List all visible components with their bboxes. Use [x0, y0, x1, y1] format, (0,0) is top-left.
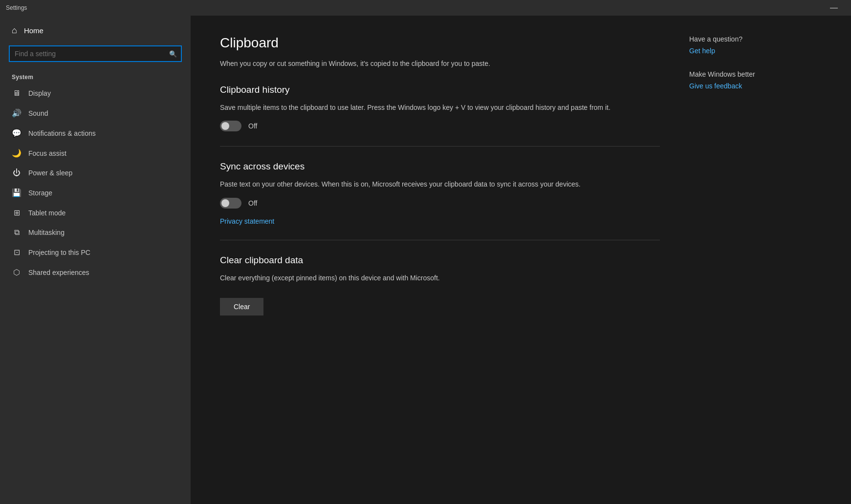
storage-icon: 💾 — [12, 188, 22, 197]
power-icon: ⏻ — [12, 168, 22, 177]
sidebar-item-power-label: Power & sleep — [28, 169, 72, 177]
projecting-icon: ⊡ — [12, 248, 22, 257]
sidebar-item-storage[interactable]: 💾 Storage — [0, 183, 191, 203]
clear-button[interactable]: Clear — [220, 298, 263, 315]
search-container: 🔍 — [9, 45, 182, 62]
make-better-label: Make Windows better — [689, 70, 807, 78]
privacy-statement-container: Privacy statement — [220, 217, 660, 225]
get-help-link[interactable]: Get help — [689, 47, 715, 55]
sync-toggle-thumb — [221, 199, 229, 207]
help-section: Have a question? Get help — [689, 35, 807, 55]
sync-devices-toggle-label: Off — [248, 199, 257, 207]
sidebar-item-sound[interactable]: 🔊 Sound — [0, 103, 191, 123]
sync-devices-toggle-row: Off — [220, 198, 660, 209]
sidebar-item-focus[interactable]: 🌙 Focus assist — [0, 143, 191, 163]
clear-clipboard-title: Clear clipboard data — [220, 255, 660, 266]
shared-icon: ⬡ — [12, 268, 22, 277]
sidebar-item-display[interactable]: 🖥 Display — [0, 84, 191, 103]
page-title: Clipboard — [220, 35, 660, 51]
sidebar-item-projecting-label: Projecting to this PC — [28, 249, 90, 256]
sidebar-item-notifications-label: Notifications & actions — [28, 129, 96, 137]
titlebar: Settings — — [0, 0, 851, 16]
sidebar-item-shared[interactable]: ⬡ Shared experiences — [0, 262, 191, 282]
sidebar-item-notifications[interactable]: 💬 Notifications & actions — [0, 123, 191, 143]
sync-devices-toggle[interactable] — [220, 198, 241, 209]
sidebar-item-home[interactable]: ⌂ Home — [0, 16, 191, 45]
have-question-label: Have a question? — [689, 35, 807, 43]
section-divider-1 — [220, 146, 660, 147]
sidebar-item-tablet[interactable]: ⊞ Tablet mode — [0, 203, 191, 223]
home-label: Home — [24, 26, 44, 35]
sidebar-section-label: System — [0, 69, 191, 84]
search-input[interactable] — [9, 45, 182, 62]
app-body: ⌂ Home 🔍 System 🖥 Display 🔊 Sound 💬 Noti… — [0, 16, 851, 504]
sidebar-item-multitasking[interactable]: ⧉ Multitasking — [0, 223, 191, 242]
make-better-section: Make Windows better Give us feedback — [689, 70, 807, 90]
app-title: Settings — [6, 4, 27, 11]
sidebar-item-power[interactable]: ⏻ Power & sleep — [0, 163, 191, 183]
sound-icon: 🔊 — [12, 108, 22, 118]
sidebar: ⌂ Home 🔍 System 🖥 Display 🔊 Sound 💬 Noti… — [0, 16, 191, 504]
section-divider-2 — [220, 240, 660, 240]
titlebar-controls: — — [823, 0, 845, 16]
home-icon: ⌂ — [12, 25, 17, 36]
sidebar-item-storage-label: Storage — [28, 189, 52, 197]
sidebar-item-sound-label: Sound — [28, 109, 48, 117]
search-icon: 🔍 — [169, 50, 177, 58]
clipboard-history-toggle-row: Off — [220, 121, 660, 131]
sync-devices-description: Paste text on your other devices. When t… — [220, 179, 660, 189]
notifications-icon: 💬 — [12, 128, 22, 138]
multitasking-icon: ⧉ — [12, 228, 22, 237]
clipboard-history-title: Clipboard history — [220, 84, 660, 95]
sync-devices-title: Sync across devices — [220, 161, 660, 172]
sidebar-item-projecting[interactable]: ⊡ Projecting to this PC — [0, 242, 191, 262]
focus-icon: 🌙 — [12, 148, 22, 158]
give-feedback-link[interactable]: Give us feedback — [689, 82, 742, 90]
content-main: Clipboard When you copy or cut something… — [220, 35, 660, 475]
sidebar-item-shared-label: Shared experiences — [28, 269, 89, 276]
display-icon: 🖥 — [12, 89, 22, 98]
privacy-statement-link[interactable]: Privacy statement — [220, 217, 274, 225]
content-help-sidebar: Have a question? Get help Make Windows b… — [689, 35, 807, 475]
content-area: Clipboard When you copy or cut something… — [191, 16, 851, 504]
sidebar-item-tablet-label: Tablet mode — [28, 209, 65, 217]
search-box-wrapper: 🔍 — [0, 45, 191, 69]
clear-clipboard-description: Clear everything (except pinned items) o… — [220, 273, 660, 283]
tablet-icon: ⊞ — [12, 208, 22, 217]
sidebar-item-focus-label: Focus assist — [28, 149, 66, 157]
minimize-button[interactable]: — — [823, 0, 845, 16]
clipboard-history-description: Save multiple items to the clipboard to … — [220, 102, 660, 113]
sidebar-item-multitasking-label: Multitasking — [28, 229, 65, 236]
page-description: When you copy or cut something in Window… — [220, 59, 660, 69]
clipboard-history-toggle[interactable] — [220, 121, 241, 131]
clipboard-history-toggle-label: Off — [248, 122, 257, 130]
sidebar-item-display-label: Display — [28, 89, 51, 97]
